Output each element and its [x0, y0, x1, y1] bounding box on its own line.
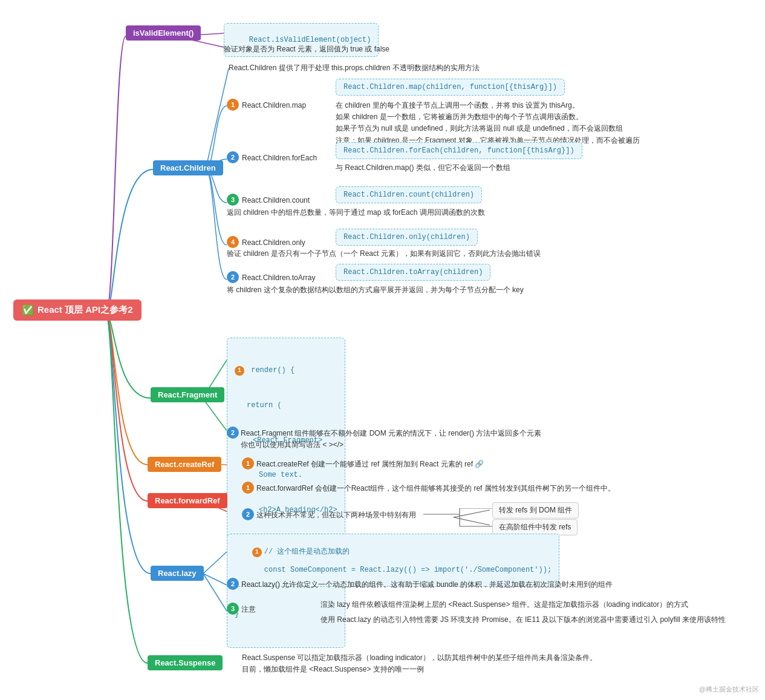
children-toarray-label: React.Children.toArray	[242, 272, 315, 284]
branch-suspense: React.Suspense	[148, 655, 223, 670]
badge-createref-1: 1	[242, 457, 254, 469]
children-only-code: React.Children.only(children)	[336, 229, 478, 246]
fragment-desc: React.Fragment 组件能够在不额外创建 DOM 元素的情况下，让 r…	[241, 428, 541, 451]
lazy-note-label: 注意	[241, 604, 256, 615]
children-count-label: React.Children.count	[242, 195, 310, 206]
badge-fragment-2: 2	[227, 427, 239, 439]
isvalid-code: React.isValidElement(object)	[249, 36, 371, 44]
children-count-code: React.Children.count(children)	[336, 186, 482, 203]
root-node: ✅ React 顶层 API之参考2	[13, 299, 142, 321]
branch-children: React.Children	[153, 160, 223, 175]
badge-children-1: 1	[227, 99, 239, 111]
svg-line-8	[203, 552, 227, 574]
watermark: @稀土掘金技术社区	[699, 685, 759, 694]
root-label: React 顶层 API之参考2	[37, 304, 133, 316]
children-map-label: React.Children.map	[242, 100, 306, 111]
svg-line-2	[206, 68, 229, 169]
fragment-label: React.Fragment	[158, 390, 217, 399]
svg-line-9	[203, 574, 227, 585]
badge-children-4: 4	[227, 236, 239, 248]
children-only-desc: 验证 children 是否只有一个子节点（一个 React 元素），如果有则返…	[227, 248, 541, 260]
children-foreach-label: React.Children.forEach	[242, 152, 317, 164]
svg-line-4	[203, 398, 227, 431]
lazy-label: React.lazy	[158, 569, 197, 578]
forwardref-sub2: 在高阶组件中转发 refs	[492, 519, 578, 535]
branch-lazy: React.lazy	[151, 566, 204, 581]
svg-line-11	[454, 510, 490, 517]
forwardref-label: React.forwardRef	[155, 496, 220, 505]
children-foreach-desc: 与 React.Children.map() 类似，但它不会返回一个数组	[336, 162, 510, 174]
suspense-desc: React.Suspense 可以指定加载指示器（loading indicat…	[242, 652, 597, 675]
lazy-desc2: React.lazy() 允许你定义一个动态加载的组件。这有助于缩减 bundl…	[241, 579, 613, 590]
createref-desc: React.createRef 创建一个能够通过 ref 属性附加到 React…	[256, 459, 484, 470]
children-label: React.Children	[160, 163, 216, 172]
badge-forwardref-1: 1	[242, 482, 254, 494]
isvalid-label: isValidElement()	[133, 28, 194, 38]
createref-label: React.createRef	[155, 460, 214, 469]
children-intro: React.Children 提供了用于处理 this.props.childr…	[229, 62, 480, 74]
children-toarray-code: React.Children.toArray(children)	[336, 264, 490, 281]
forwardref-desc1: React.forwardRef 会创建一个React组件，这个组件能够将其接受…	[256, 483, 615, 494]
forwardref-desc2: 这种技术并不常见，但在以下两种场景中特别有用	[256, 509, 416, 521]
badge-lazy-3: 3	[227, 603, 239, 615]
children-only-label: React.Children.only	[242, 237, 305, 249]
badge-children-3: 3	[227, 194, 239, 206]
children-foreach-code: React.Children.forEach(children, functio…	[336, 142, 582, 159]
children-map-desc: 在 children 里的每个直接子节点上调用一个函数，并将 this 设置为 …	[336, 100, 640, 146]
svg-line-12	[454, 517, 490, 525]
isvalid-desc: 验证对象是否为 React 元素，返回值为 true 或 false	[224, 44, 389, 55]
badge-forwardref-2: 2	[242, 508, 254, 520]
check-icon: ✅	[22, 304, 34, 316]
suspense-label: React.Suspense	[155, 658, 215, 667]
children-map-code: React.Children.map(children, function[{t…	[336, 79, 565, 96]
mindmap-container: ✅ React 顶层 API之参考2 isValidElement() Reac…	[0, 0, 765, 700]
branch-fragment: React.Fragment	[151, 387, 224, 402]
badge-lazy-2: 2	[227, 578, 239, 590]
branch-isvalid: isValidElement()	[126, 25, 201, 41]
branch-forwardref: React.forwardRef	[148, 493, 227, 508]
lazy-note2: 使用 React.lazy 的动态引入特性需要 JS 环境支持 Promise。…	[321, 614, 726, 626]
svg-line-10	[203, 574, 227, 611]
forwardref-sub1: 转发 refs 到 DOM 组件	[492, 502, 579, 518]
lazy-note1: 渲染 lazy 组件依赖该组件渲染树上层的 <React.Suspense> 组…	[321, 599, 688, 610]
children-count-desc: 返回 children 中的组件总数量，等同于通过 map 或 forEach …	[227, 207, 485, 218]
badge-children-2: 2	[227, 151, 239, 163]
badge-children-5: 2	[227, 271, 239, 283]
branch-createref: React.createRef	[148, 457, 221, 472]
children-toarray-desc: 将 children 这个复杂的数据结构以数组的方式扁平展开并返回，并为每个子节…	[227, 284, 524, 296]
